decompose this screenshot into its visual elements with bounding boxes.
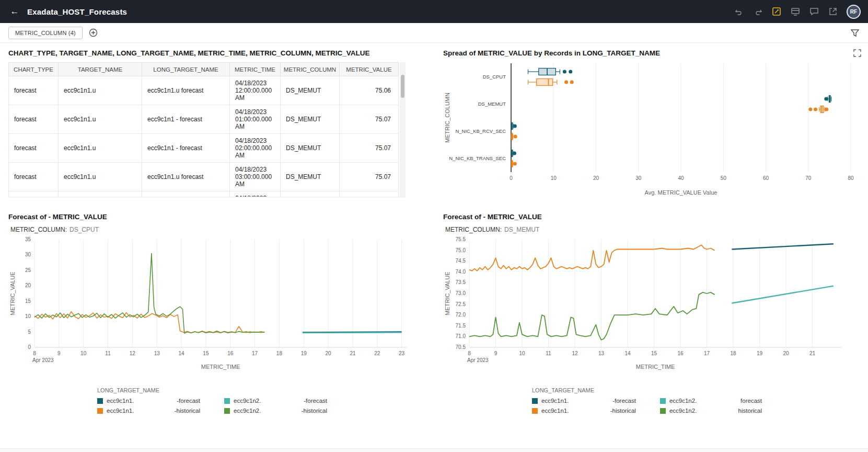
expand-icon[interactable] — [853, 49, 861, 57]
table-cell: 75.07 — [340, 191, 399, 198]
legend-label: ecc9c1n2. — [234, 408, 261, 414]
table-row[interactable]: forecastecc9c1n1.uecc9c1n1.u forecast04/… — [9, 163, 399, 191]
svg-text:11: 11 — [546, 351, 551, 356]
table-row[interactable]: forecastecc9c1n1.us.osc.oracle.comecc9c1… — [9, 191, 399, 198]
table-cell: 75.07 — [340, 163, 399, 191]
svg-text:10: 10 — [80, 351, 87, 356]
legend-title: LONG_TARGET_NAME — [97, 387, 430, 393]
table-cell: DS_MEMUT — [281, 163, 340, 191]
svg-text:30: 30 — [25, 252, 31, 257]
legend-swatch — [532, 398, 538, 404]
column-header[interactable]: LONG_TARGET_NAME — [142, 63, 230, 76]
undo-icon[interactable] — [734, 6, 744, 17]
column-header[interactable]: METRIC_TIME — [230, 63, 281, 76]
svg-text:8: 8 — [33, 351, 36, 356]
legend-suffix: historical — [738, 408, 762, 414]
svg-text:5: 5 — [28, 329, 31, 335]
comment-icon[interactable] — [809, 6, 819, 17]
column-header[interactable]: METRIC_COLUMN — [281, 63, 340, 76]
svg-text:17: 17 — [252, 351, 258, 356]
column-header[interactable]: CHART_TYPE — [9, 63, 59, 76]
legend-item[interactable]: ecc9c1n1.-forecast — [97, 398, 200, 404]
horizontal-scrollbar[interactable] — [0, 448, 868, 452]
add-filter-icon[interactable] — [89, 28, 98, 37]
legend-items: ecc9c1n1.-forecastecc9c1n1.-historicalec… — [532, 398, 762, 414]
table-cell: DS_MEMUT — [281, 76, 340, 105]
svg-text:9: 9 — [57, 351, 61, 356]
svg-text:75.5: 75.5 — [456, 236, 466, 242]
table-row[interactable]: forecastecc9c1n1.uecc9c1n1 - forecast04/… — [9, 105, 399, 134]
svg-text:21: 21 — [350, 351, 356, 356]
forecast-memut-title: Forecast of - METRIC_VALUE — [443, 213, 861, 221]
data-refresh-icon[interactable] — [790, 6, 801, 17]
svg-text:72.5: 72.5 — [456, 301, 466, 307]
legend-item[interactable]: ecc9c1n2.forecast — [660, 398, 762, 404]
metric-column-subtitle: METRIC_COLUMN:DS_MEMUT — [445, 226, 861, 233]
legend-item[interactable]: ecc9c1n1.-forecast — [532, 398, 636, 404]
forecast-chart-ds-cput[interactable]: 891011121314151617181920212223Apr 202305… — [8, 234, 416, 371]
legend-item[interactable]: ecc9c1n1.-historical — [532, 408, 636, 414]
table-cell: ecc9c1n1.u — [59, 163, 142, 191]
legend-item[interactable]: ecc9c1n2.-forecast — [224, 398, 327, 404]
svg-text:73.5: 73.5 — [456, 279, 466, 285]
legend-item[interactable]: ecc9c1n1.-historical — [97, 408, 200, 414]
legend-suffix: -forecast — [304, 398, 327, 404]
svg-text:16: 16 — [227, 351, 234, 356]
table-cell: ecc9c1n1.u — [59, 134, 142, 163]
legend-suffix: -historical — [302, 408, 327, 414]
legend-swatch — [224, 408, 230, 414]
svg-text:METRIC_COLUMN: METRIC_COLUMN — [444, 93, 450, 143]
table-scrollbar[interactable] — [400, 62, 406, 197]
edit-icon[interactable] — [771, 6, 782, 17]
svg-text:18: 18 — [276, 351, 283, 356]
svg-text:19: 19 — [301, 351, 307, 356]
app-header: ← Exadata_HOST_Forecasts RF — [0, 0, 868, 23]
svg-text:40: 40 — [678, 175, 684, 181]
metric-column-filter[interactable]: METRIC_COLUMN (4) — [8, 27, 83, 39]
table-cell: 75.07 — [340, 134, 399, 163]
boxplot-title: Spread of METRIC_VALUE by Records in LON… — [443, 49, 660, 57]
svg-text:15: 15 — [203, 351, 209, 356]
filter-funnel-icon[interactable] — [850, 28, 860, 38]
avatar[interactable]: RF — [847, 5, 861, 19]
redo-icon[interactable] — [753, 6, 763, 17]
table-cell: 04/18/2023 01:00:00.000 AM — [230, 105, 281, 134]
svg-text:13: 13 — [598, 351, 605, 356]
table-cell: forecast — [9, 76, 59, 105]
legend-item[interactable]: ecc9c1n2.-historical — [224, 408, 327, 414]
table-cell: 75.06 — [340, 76, 399, 105]
column-header[interactable]: TARGET_NAME — [59, 63, 142, 76]
table-cell: 04/18/2023 04:00:00.000 AM — [230, 191, 281, 198]
back-button[interactable]: ← — [7, 4, 22, 19]
forecast-panel-memut: Forecast of - METRIC_VALUE METRIC_COLUMN… — [443, 213, 861, 414]
legend-swatch — [660, 408, 666, 414]
svg-text:20: 20 — [326, 351, 332, 356]
table-row[interactable]: forecastecc9c1n1.uecc9c1n1 - forecast04/… — [9, 134, 399, 163]
column-header[interactable]: METRIC_VALUE — [340, 63, 399, 76]
legend-suffix: forecast — [740, 398, 762, 404]
data-table[interactable]: CHART_TYPETARGET_NAMELONG_TARGET_NAMEMET… — [8, 62, 399, 197]
legend-title: LONG_TARGET_NAME — [532, 387, 861, 393]
svg-text:17: 17 — [704, 351, 710, 356]
legend-item[interactable]: ecc9c1n2.historical — [660, 408, 762, 414]
export-icon[interactable] — [828, 6, 838, 17]
svg-text:METRIC_TIME: METRIC_TIME — [636, 364, 675, 370]
legend-suffix: -forecast — [177, 398, 200, 404]
svg-text:11: 11 — [105, 351, 111, 356]
boxplot-panel: Spread of METRIC_VALUE by Records in LON… — [443, 49, 861, 199]
metric-column-subtitle: METRIC_COLUMN:DS_CPUT — [10, 226, 430, 233]
svg-text:DS_MEMUT: DS_MEMUT — [478, 101, 506, 107]
table-row[interactable]: forecastecc9c1n1.uecc9c1n1.u forecast04/… — [9, 76, 399, 105]
legend-label: ecc9c1n2. — [669, 408, 697, 414]
svg-text:72.0: 72.0 — [456, 312, 466, 318]
table-cell: ecc9c1n1.us. — [142, 191, 230, 198]
table-cell: ecc9c1n1.u forecast — [142, 76, 230, 105]
header-actions: RF — [734, 5, 861, 19]
forecast-chart-ds-memut[interactable]: 89101112131415161718192021Apr 202370.571… — [443, 234, 851, 371]
svg-text:14: 14 — [624, 351, 631, 356]
boxplot-chart[interactable]: 01020304050607080Avg. METRIC_VALUE Value… — [443, 57, 861, 197]
svg-text:14: 14 — [178, 351, 184, 356]
svg-text:0: 0 — [510, 175, 513, 181]
svg-text:75.0: 75.0 — [456, 247, 466, 253]
svg-text:80: 80 — [848, 175, 854, 181]
